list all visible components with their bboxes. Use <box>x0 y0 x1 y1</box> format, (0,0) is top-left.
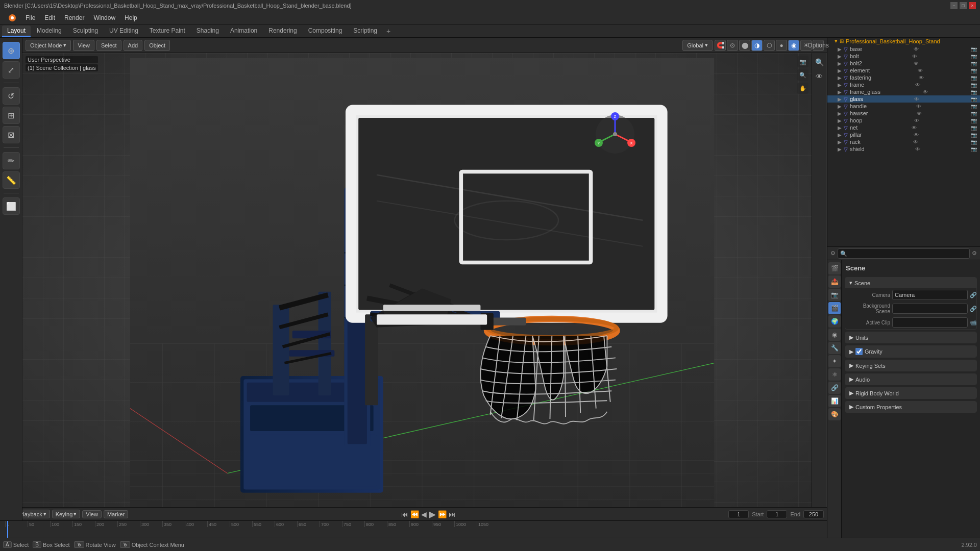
outliner-item-shield[interactable]: ▶ ▽ shield 👁 📷 <box>827 145 980 153</box>
minimize-button[interactable]: − <box>950 2 958 9</box>
prev-keyframe-btn[interactable]: ⏪ <box>410 510 419 518</box>
viewport-look-btn[interactable]: 👁 <box>813 70 825 83</box>
xray-toggle[interactable]: ◑ <box>751 40 763 51</box>
visibility-icon[interactable]: 👁 <box>914 61 919 66</box>
close-button[interactable]: × <box>969 2 976 9</box>
window-controls[interactable]: − □ × <box>950 2 976 9</box>
props-tab-physics[interactable]: ⚛ <box>828 368 841 381</box>
viewport-zoom-btn[interactable]: 🔍 <box>813 56 825 68</box>
tab-sculpting[interactable]: Sculpting <box>68 26 103 37</box>
global-transform-dropdown[interactable]: Global ▾ <box>682 40 713 51</box>
view-menu[interactable]: View <box>73 40 94 51</box>
gravity-section-header[interactable]: ▶ Gravity <box>845 346 976 357</box>
render-icon[interactable]: 📷 <box>971 61 977 66</box>
render-icon[interactable]: 📷 <box>971 96 977 102</box>
active-clip-input[interactable] <box>892 317 968 328</box>
custom-props-section-header[interactable]: ▶ Custom Properties <box>845 402 976 412</box>
outliner-item-frame-glass[interactable]: ▶ ▽ frame_glass 👁 📷 <box>827 88 980 95</box>
timeline-ruler[interactable]: 1 50 100 150 200 250 300 350 400 450 500… <box>0 521 827 538</box>
visibility-icon[interactable]: 👁 <box>917 111 922 116</box>
tab-animation[interactable]: Animation <box>225 26 262 37</box>
render-icon[interactable]: 📷 <box>971 75 977 81</box>
gravity-checkbox[interactable] <box>855 348 863 355</box>
audio-section-header[interactable]: ▶ Audio <box>845 374 976 385</box>
visibility-icon[interactable]: 👁 <box>912 125 917 131</box>
shading-wireframe[interactable]: ⬡ <box>764 40 775 51</box>
properties-search[interactable] <box>838 248 970 259</box>
menu-file[interactable]: File <box>21 13 39 22</box>
outliner-item-fastering[interactable]: ▶ ▽ fastering 👁 📷 <box>827 74 980 81</box>
snap-toggle[interactable]: 🧲 <box>715 40 726 51</box>
active-clip-icon[interactable]: 📹 <box>970 319 977 326</box>
end-frame-input[interactable] <box>803 510 824 518</box>
render-icon[interactable]: 📷 <box>971 68 977 73</box>
start-frame-input[interactable] <box>767 510 787 518</box>
scene-section-header[interactable]: ▾ Scene <box>845 278 976 288</box>
options-btn[interactable]: Options <box>813 40 824 51</box>
current-frame-input[interactable]: 1 <box>728 510 749 518</box>
proportional-edit[interactable]: ⊙ <box>727 40 738 51</box>
props-tab-output[interactable]: 📤 <box>828 276 841 288</box>
outliner-item-hawser[interactable]: ▶ ▽ hawser 👁 📷 <box>827 110 980 117</box>
menu-help[interactable]: Help <box>120 13 141 22</box>
render-icon[interactable]: 📷 <box>971 46 977 52</box>
shading-solid[interactable]: ● <box>776 40 787 51</box>
props-tab-constraints[interactable]: 🔗 <box>828 382 841 394</box>
visibility-icon[interactable]: 👁 <box>914 96 919 102</box>
props-tab-material[interactable]: 🎨 <box>828 408 841 420</box>
visibility-icon[interactable]: 👁 <box>915 146 920 152</box>
add-workspace-button[interactable]: + <box>383 26 394 36</box>
move-tool[interactable]: ⤢ <box>3 61 20 79</box>
menu-edit[interactable]: Edit <box>40 13 59 22</box>
shading-material[interactable]: ◉ <box>788 40 799 51</box>
render-icon[interactable]: 📷 <box>971 82 977 88</box>
viewport-3d[interactable]: User Perspective (1) Scene Collection | … <box>22 53 812 507</box>
outliner-item-pillar[interactable]: ▶ ▽ pillar 👁 📷 <box>827 131 980 138</box>
visibility-icon[interactable]: 👁 <box>915 82 920 88</box>
props-tab-render[interactable]: 🎬 <box>828 262 841 274</box>
view-dropdown[interactable]: View <box>82 510 102 518</box>
visibility-icon[interactable]: 👁 <box>913 139 918 145</box>
props-tab-particles[interactable]: ✦ <box>828 355 841 367</box>
render-icon[interactable]: 📷 <box>971 139 977 145</box>
tab-texture-paint[interactable]: Texture Paint <box>144 26 190 37</box>
outliner-item-rack[interactable]: ▶ ▽ rack 👁 📷 <box>827 138 980 145</box>
outliner-item-glass[interactable]: ▶ ▽ glass 👁 📷 <box>827 95 980 103</box>
add-menu[interactable]: Add <box>124 40 143 51</box>
props-tab-modifier[interactable]: 🔧 <box>828 342 841 354</box>
visibility-icon[interactable]: 👁 <box>918 68 923 73</box>
render-icon[interactable]: 📷 <box>971 146 977 152</box>
camera-view-btn[interactable]: 📷 <box>797 56 808 67</box>
menu-blender[interactable] <box>4 13 20 23</box>
background-scene-input[interactable] <box>892 304 968 314</box>
camera-link-icon[interactable]: 🔗 <box>970 292 977 298</box>
outliner-item-bolt2[interactable]: ▶ ▽ bolt2 👁 📷 <box>827 60 980 67</box>
props-tab-view-layer[interactable]: 📷 <box>828 289 841 301</box>
props-tab-world[interactable]: 🌍 <box>828 315 841 328</box>
tab-shading[interactable]: Shading <box>191 26 224 37</box>
outliner-scene-name[interactable]: ▾ ⊞ Professional_Basketball_Hoop_Stand <box>827 37 980 45</box>
zoom-in-btn[interactable]: 🔍 <box>797 69 808 81</box>
visibility-icon[interactable]: 👁 <box>912 54 917 59</box>
rotate-tool[interactable]: ↺ <box>3 87 20 105</box>
background-scene-icon[interactable]: 🔗 <box>970 306 977 312</box>
viewport-canvas[interactable]: User Perspective (1) Scene Collection | … <box>22 53 812 507</box>
tab-layout[interactable]: Layout <box>2 26 31 37</box>
outliner-item-element[interactable]: ▶ ▽ element 👁 📷 <box>827 67 980 74</box>
keying-section-header[interactable]: ▶ Keying Sets <box>845 360 976 371</box>
visibility-icon[interactable]: 👁 <box>923 89 928 95</box>
render-icon[interactable]: 📷 <box>971 54 977 59</box>
tab-scripting[interactable]: Scripting <box>348 26 382 37</box>
menu-window[interactable]: Window <box>89 13 119 22</box>
add-cube-tool[interactable]: ⬜ <box>3 197 20 215</box>
outliner-item-base[interactable]: ▶ ▽ base 👁 📷 <box>827 45 980 53</box>
visibility-icon[interactable]: 👁 <box>914 46 919 52</box>
outliner-item-handle[interactable]: ▶ ▽ handle 👁 📷 <box>827 103 980 110</box>
props-tab-data[interactable]: 📊 <box>828 395 841 407</box>
tab-uv-editing[interactable]: UV Editing <box>104 26 143 37</box>
measure-tool[interactable]: 📏 <box>3 171 20 189</box>
props-tab-scene[interactable]: 🎬 <box>828 302 841 314</box>
object-menu[interactable]: Object <box>144 40 170 51</box>
keying-dropdown[interactable]: Keying ▾ <box>52 510 81 518</box>
marker-dropdown[interactable]: Marker <box>104 510 128 518</box>
